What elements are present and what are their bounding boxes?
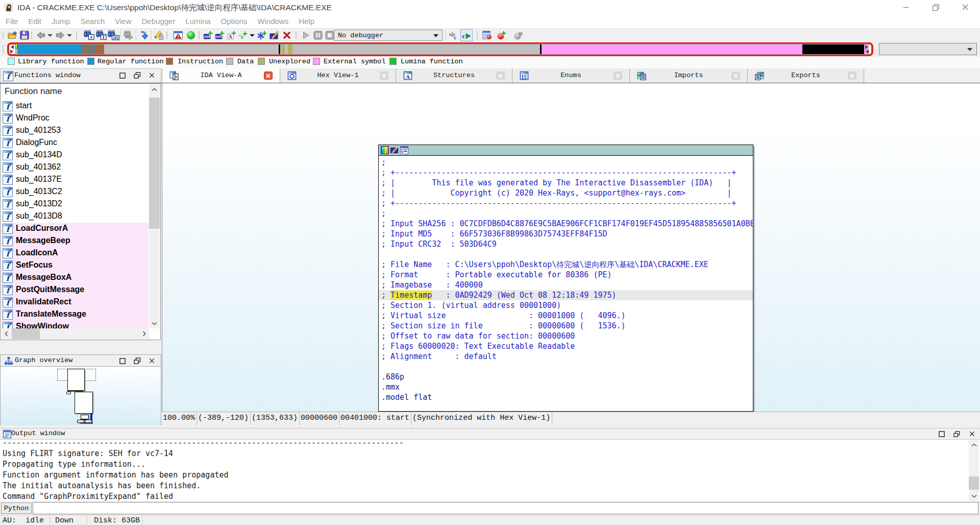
tab-exports[interactable]: Exports (748, 68, 864, 83)
edit-comment-icon[interactable] (270, 30, 280, 40)
window-titlebar[interactable]: IDA - CRACKME.EXE C:\Users\ppoh\Desktop\… (0, 0, 980, 14)
tab-imports[interactable]: Imports (630, 68, 748, 83)
navigation-band[interactable] (15, 44, 868, 55)
function-row[interactable]: f sub_401362 (1, 161, 149, 174)
ida-view-canvas[interactable]: ;; +------------------------------------… (162, 83, 980, 412)
tab-structures[interactable]: A Structures (396, 68, 512, 83)
tab-close-button[interactable] (496, 71, 505, 80)
jump-immediate-icon[interactable] (139, 30, 149, 40)
menu-item[interactable]: Help (293, 17, 320, 26)
output-vscrollbar[interactable] (969, 440, 979, 501)
dock-maximize-button[interactable] (117, 70, 127, 80)
function-row[interactable]: f SetFocus (1, 259, 149, 272)
node-set-color-icon[interactable] (390, 146, 399, 154)
graph-overview-titlebar[interactable]: Graph overview (0, 354, 161, 367)
function-row[interactable]: f sub_401253 (1, 125, 149, 137)
dock-float-button[interactable] (952, 429, 962, 439)
jump-to-address-icon[interactable]: # (83, 30, 94, 40)
jump-by-name-icon[interactable]: T (95, 30, 107, 40)
function-row[interactable]: f sub_4013D2 (1, 198, 149, 210)
functions-vscrollbar[interactable] (149, 84, 160, 328)
pause-debugger-icon[interactable] (313, 30, 323, 40)
menu-item[interactable]: Edit (23, 17, 46, 26)
scroll-up-button[interactable] (149, 84, 160, 94)
function-row[interactable]: f sub_40137E (1, 174, 149, 186)
create-struct-icon[interactable] (257, 30, 267, 40)
tab-close-button[interactable] (731, 71, 740, 80)
attach-process-icon[interactable]: c (448, 30, 458, 40)
scroll-down-button[interactable] (149, 318, 160, 328)
tab-close-button[interactable] (848, 71, 856, 80)
function-row[interactable]: f InvalidateRect (1, 296, 149, 308)
graph-node[interactable]: ;; +------------------------------------… (378, 145, 753, 412)
breakpoint-list-icon[interactable] (482, 30, 492, 40)
debugger-selector[interactable]: No debugger (334, 30, 443, 41)
minimize-button[interactable] (891, 0, 921, 14)
problems-window-icon[interactable] (173, 30, 183, 40)
stop-debugger-icon[interactable] (325, 30, 335, 40)
scroll-thumb[interactable] (12, 328, 40, 339)
navband-scroll-right-icons[interactable] (865, 44, 869, 54)
menu-item[interactable]: Search (76, 17, 110, 26)
functions-column-header[interactable]: Function name (5, 86, 62, 97)
navigate-forward-icon[interactable] (55, 30, 65, 40)
dock-close-button[interactable] (967, 429, 977, 439)
tab-close-button[interactable] (264, 71, 273, 80)
dock-close-button[interactable] (147, 70, 157, 80)
navigate-back-icon[interactable] (36, 30, 46, 40)
function-row[interactable]: f start (1, 100, 149, 112)
back-history-dropdown-icon[interactable] (47, 30, 53, 40)
dock-maximize-button[interactable] (117, 356, 127, 366)
scroll-right-button[interactable] (139, 328, 149, 339)
dock-float-button[interactable] (132, 70, 142, 80)
function-row[interactable]: f LoadCursorA (1, 223, 149, 235)
scroll-thumb[interactable] (149, 98, 160, 229)
function-row[interactable]: f TranslateMessage (1, 308, 149, 321)
search-next-icon[interactable] (123, 30, 134, 40)
function-row[interactable]: f WndProc (1, 112, 149, 125)
create-string-icon[interactable]: ‘s (238, 30, 248, 40)
disassembly-listing[interactable]: ;; +------------------------------------… (379, 156, 753, 411)
create-data-icon[interactable]: DATA (215, 30, 225, 40)
save-icon[interactable] (19, 30, 30, 40)
rename-icon[interactable]: A (227, 30, 237, 40)
function-row[interactable]: f sub_4013C2 (1, 186, 149, 198)
dock-maximize-button[interactable] (937, 429, 946, 439)
open-file-icon[interactable] (7, 30, 17, 40)
menu-item[interactable]: View (110, 17, 136, 26)
graph-overview-canvas[interactable] (0, 367, 161, 425)
function-row[interactable]: f sub_40134D (1, 149, 149, 161)
close-button[interactable] (950, 0, 980, 14)
tab-close-button[interactable] (614, 71, 622, 80)
menu-item[interactable]: Windows (252, 17, 293, 26)
maximize-button[interactable] (921, 0, 950, 14)
functions-window-titlebar[interactable]: f Functions window (0, 68, 161, 83)
python-button[interactable]: Python (1, 503, 32, 514)
continue-process-button[interactable]: c (460, 29, 473, 41)
function-row[interactable]: f MessageBeep (1, 235, 149, 247)
output-window-body[interactable]: ----------------------------------------… (0, 440, 980, 501)
scroll-up-button[interactable] (969, 440, 979, 450)
tab-hex-view-1[interactable]: Hex View-1 (280, 68, 396, 83)
dock-close-button[interactable] (147, 356, 157, 366)
navband-scroll-left-icons[interactable] (10, 44, 14, 54)
scroll-left-button[interactable] (1, 328, 11, 339)
menu-item[interactable]: Lumina (180, 17, 215, 26)
function-row[interactable]: f DialogFunc (1, 137, 149, 149)
node-color-spectrum-icon[interactable] (381, 146, 389, 154)
delete-function-icon[interactable] (282, 30, 292, 40)
search-binary-icon[interactable]: 101 (107, 30, 119, 40)
create-code-icon[interactable]: CODE (203, 30, 213, 40)
forward-history-dropdown-icon[interactable] (66, 30, 72, 40)
scroll-down-button[interactable] (969, 491, 979, 501)
tab-close-button[interactable] (380, 71, 388, 80)
python-input[interactable] (33, 502, 978, 514)
string-type-dropdown-icon[interactable] (249, 30, 255, 40)
delete-breakpoint-icon[interactable] (513, 30, 524, 40)
function-row[interactable]: f PostQuitMessage (1, 284, 149, 296)
node-group-icon[interactable] (400, 146, 408, 154)
function-row[interactable]: f ShowWindow (1, 321, 149, 329)
navband-zoom-combo[interactable] (879, 43, 977, 55)
functions-hscrollbar[interactable] (1, 328, 149, 339)
menu-item[interactable]: Jump (46, 17, 76, 26)
